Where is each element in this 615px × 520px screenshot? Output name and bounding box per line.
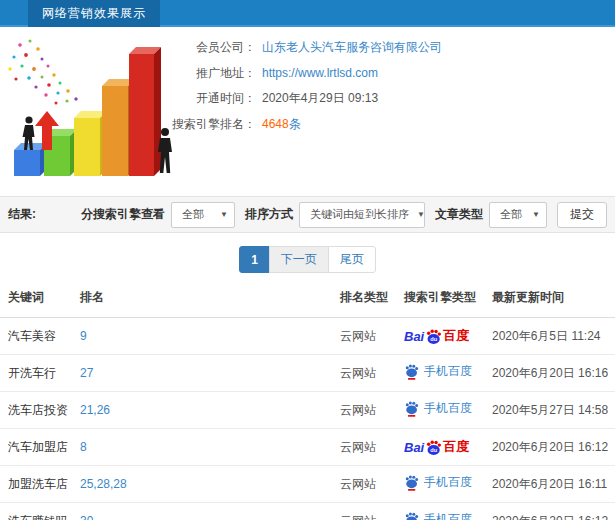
marketing-report-page: 网络营销效果展示 [0, 0, 615, 520]
shouji-baidu-paw-icon [404, 400, 419, 417]
table-row: 开洗车行 27 云网站 手机百度 2020年6月20日 16:16 [0, 355, 615, 392]
table-row: 汽车美容 9 云网站 Bai du 百度 2020年6月5日 11:24 [0, 318, 615, 355]
updated-cell: 2020年6月20日 16:12 [488, 503, 615, 520]
shouji-baidu-paw-icon [404, 363, 419, 380]
shouji-baidu-paw-icon [404, 511, 419, 520]
engine-cell: Bai du 百度 [400, 318, 488, 355]
rank-type-cell: 云网站 [336, 355, 400, 392]
keyword-cell: 汽车加盟店 [0, 429, 76, 466]
engine-cell: 手机百度 [400, 466, 488, 503]
rank-cell[interactable]: 25,28,28 [76, 466, 336, 503]
shouji-baidu-logo: 手机百度 [404, 400, 472, 417]
table-row: 加盟洗车店 25,28,28 云网站 手机百度 2020年6月20日 16:11 [0, 466, 615, 503]
keyword-cell: 开洗车行 [0, 355, 76, 392]
filter-bar: 结果: 分搜索引擎查看 全部 ▼ 排序方式 关键词由短到长排序 ▼ 文章类型 全… [0, 196, 615, 233]
engine-filter-label: 分搜索引擎查看 [81, 206, 165, 223]
sort-filter-select[interactable]: 关键词由短到长排序 ▼ [299, 202, 425, 228]
page-title-tab[interactable]: 网络营销效果展示 [28, 0, 160, 27]
shouji-baidu-logo: 手机百度 [404, 474, 472, 491]
engine-filter-value: 全部 [182, 207, 204, 222]
last-page-button[interactable]: 尾页 [328, 246, 376, 273]
rank-cell[interactable]: 8 [76, 429, 336, 466]
submit-button[interactable]: 提交 [557, 202, 607, 228]
engine-cell: 手机百度 [400, 503, 488, 520]
account-info-list: 会员公司： 山东老人头汽车服务咨询有限公司 推广地址： https://www.… [170, 35, 442, 137]
account-info-section: 会员公司： 山东老人头汽车服务咨询有限公司 推广地址： https://www.… [0, 29, 615, 193]
bar-red [129, 47, 161, 176]
chevron-down-icon: ▼ [532, 210, 540, 219]
rank-count-label: 搜索引擎排名： [170, 116, 256, 133]
shouji-baidu-logo: 手机百度 [404, 511, 472, 520]
info-row-rank-count: 搜索引擎排名： 4648条 [170, 112, 442, 138]
rank-cell[interactable]: 27 [76, 355, 336, 392]
chevron-down-icon: ▼ [417, 210, 425, 219]
col-rank-type: 排名类型 [336, 280, 400, 318]
col-rank: 排名 [76, 280, 336, 318]
chevron-down-icon: ▼ [220, 210, 228, 219]
engine-cell: 手机百度 [400, 392, 488, 429]
rank-type-cell: 云网站 [336, 318, 400, 355]
promo-url-label: 推广地址： [170, 65, 256, 82]
baidu-logo: Bai du 百度 [404, 438, 469, 456]
keyword-cell: 洗车赚钱吗 [0, 503, 76, 520]
svg-text:du: du [430, 336, 437, 342]
rank-count-number: 4648 [262, 117, 289, 131]
rank-cell[interactable]: 30 [76, 503, 336, 520]
company-label: 会员公司： [170, 39, 256, 56]
confetti-dots [8, 40, 77, 105]
keyword-ranking-table: 关键词 排名 排名类型 搜索引擎类型 最新更新时间 汽车美容 9 云网站 Bai… [0, 280, 615, 520]
rank-count-unit: 条 [289, 117, 301, 131]
next-page-button[interactable]: 下一页 [269, 246, 329, 273]
filter-controls: 分搜索引擎查看 全部 ▼ 排序方式 关键词由短到长排序 ▼ 文章类型 全部 ▼ … [71, 202, 607, 228]
keyword-cell: 加盟洗车店 [0, 466, 76, 503]
info-row-company: 会员公司： 山东老人头汽车服务咨询有限公司 [170, 35, 442, 61]
promo-url-link[interactable]: https://www.lrtlsd.com [262, 66, 378, 80]
engine-cell: 手机百度 [400, 355, 488, 392]
sort-filter-value: 关键词由短到长排序 [310, 207, 409, 222]
marketing-growth-illustration [2, 33, 178, 191]
baidu-paw-icon: du [425, 328, 442, 345]
table-row: 汽车加盟店 8 云网站 Bai du 百度 2020年6月20日 16:12 [0, 429, 615, 466]
updated-cell: 2020年5月27日 14:58 [488, 392, 615, 429]
updated-cell: 2020年6月20日 16:16 [488, 355, 615, 392]
rank-cell[interactable]: 9 [76, 318, 336, 355]
results-label: 结果: [8, 206, 36, 223]
company-link[interactable]: 山东老人头汽车服务咨询有限公司 [262, 39, 442, 56]
open-time-label: 开通时间： [170, 90, 256, 107]
engine-cell: Bai du 百度 [400, 429, 488, 466]
rank-type-cell: 云网站 [336, 429, 400, 466]
updated-cell: 2020年6月20日 16:12 [488, 429, 615, 466]
updated-cell: 2020年6月5日 11:24 [488, 318, 615, 355]
table-row: 洗车店投资 21,26 云网站 手机百度 2020年5月27日 14:58 [0, 392, 615, 429]
info-row-open-time: 开通时间： 2020年4月29日 09:13 [170, 86, 442, 112]
top-nav-bar: 网络营销效果展示 [0, 0, 615, 27]
table-row: 洗车赚钱吗 30 云网站 手机百度 2020年6月20日 16:12 [0, 503, 615, 520]
type-filter-select[interactable]: 全部 ▼ [489, 202, 547, 228]
keyword-cell: 洗车店投资 [0, 392, 76, 429]
rank-cell[interactable]: 21,26 [76, 392, 336, 429]
type-filter-value: 全部 [500, 207, 522, 222]
baidu-paw-icon: du [425, 439, 442, 456]
open-time-value: 2020年4月29日 09:13 [262, 90, 378, 107]
col-engine-type: 搜索引擎类型 [400, 280, 488, 318]
keyword-cell: 汽车美容 [0, 318, 76, 355]
svg-text:du: du [430, 447, 437, 453]
page-1-button[interactable]: 1 [239, 246, 270, 273]
page-title: 网络营销效果展示 [42, 5, 146, 22]
rank-type-cell: 云网站 [336, 503, 400, 520]
sort-filter-label: 排序方式 [245, 206, 293, 223]
engine-filter-select[interactable]: 全部 ▼ [171, 202, 235, 228]
rank-type-cell: 云网站 [336, 392, 400, 429]
shouji-baidu-paw-icon [404, 474, 419, 491]
pagination: 1 下一页 尾页 [0, 246, 615, 273]
col-keyword: 关键词 [0, 280, 76, 318]
rank-type-cell: 云网站 [336, 466, 400, 503]
table-header-row: 关键词 排名 排名类型 搜索引擎类型 最新更新时间 [0, 280, 615, 318]
info-row-url: 推广地址： https://www.lrtlsd.com [170, 61, 442, 87]
shouji-baidu-logo: 手机百度 [404, 363, 472, 380]
col-updated: 最新更新时间 [488, 280, 615, 318]
updated-cell: 2020年6月20日 16:11 [488, 466, 615, 503]
baidu-logo: Bai du 百度 [404, 327, 469, 345]
rank-count-value: 4648条 [262, 116, 301, 133]
type-filter-label: 文章类型 [435, 206, 483, 223]
